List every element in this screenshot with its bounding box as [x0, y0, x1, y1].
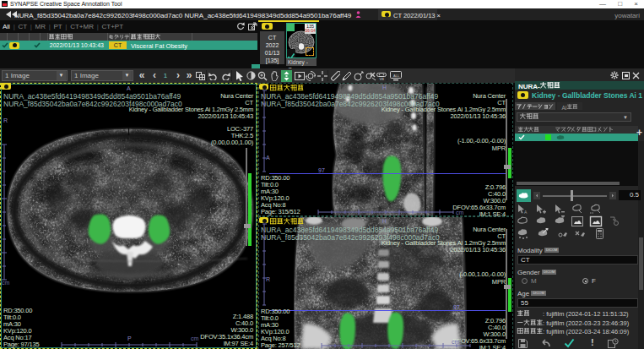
svg-text:cm: cm [2, 280, 10, 286]
svg-text:cm: cm [191, 335, 199, 341]
svg-text:ALL: ALL [393, 74, 400, 78]
svg-text:cm: cm [452, 339, 460, 345]
svg-text:VB: VB [380, 77, 385, 81]
svg-text:cm: cm [456, 210, 464, 215]
svg-text:A: A [524, 210, 528, 215]
